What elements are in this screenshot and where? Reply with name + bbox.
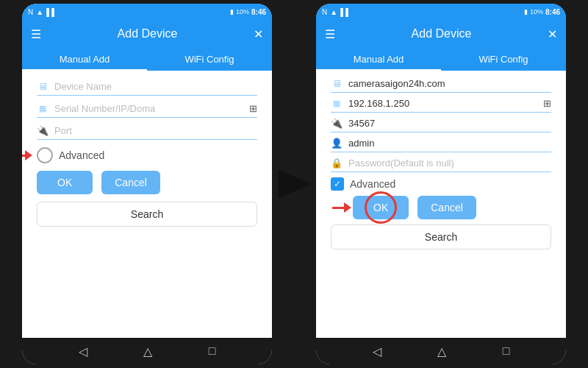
nfc-icon: N <box>28 8 33 16</box>
buttons-row-right: OK Cancel <box>331 196 551 219</box>
ok-button-right[interactable]: OK <box>353 196 409 219</box>
ok-button-left[interactable]: OK <box>37 171 93 194</box>
status-right-info: ▮ 10% 8:46 <box>230 8 266 16</box>
left-red-indicator <box>22 150 32 160</box>
battery-icon-r: ▮ <box>524 8 528 15</box>
wifi-icon: ▲ <box>36 8 43 16</box>
qr-icon-serial-r[interactable]: ⊞ <box>543 98 551 109</box>
home-nav-right[interactable]: △ <box>437 344 446 358</box>
username-row-r: 👤 <box>331 138 551 152</box>
battery-icon: ▮ <box>230 8 234 15</box>
monitor-icon-r: 🖥 <box>331 78 343 89</box>
content-right: 🖥 ▦ ⊞ 🔌 👤 🔒 <box>316 71 566 338</box>
title-bar-left: ☰ Add Device ✕ <box>22 20 272 48</box>
ok-button-container: OK <box>353 196 409 219</box>
home-nav-left[interactable]: △ <box>143 344 152 358</box>
port-input-r[interactable] <box>348 118 551 129</box>
back-nav-left[interactable]: ◁ <box>79 344 87 358</box>
time-left: 8:46 <box>251 8 266 16</box>
status-right-info-r: ▮ 10% 8:46 <box>524 8 560 16</box>
tab-wifi-config-right[interactable]: WiFi Config <box>441 48 566 71</box>
arrow-head-right <box>344 202 351 213</box>
signal-icon-r: ▌▌ <box>340 8 351 16</box>
nav-bar-left: ◁ △ □ <box>22 338 272 364</box>
password-row-r: 🔒 <box>331 158 551 172</box>
menu-icon-left[interactable]: ☰ <box>31 27 41 41</box>
title-bar-right: ☰ Add Device ✕ <box>316 20 566 48</box>
battery-right: 10% <box>530 8 543 15</box>
back-nav-right[interactable]: ◁ <box>373 344 381 358</box>
phone-left: N ▲ ▌▌ ▮ 10% 8:46 ☰ Add Device ✕ Manual … <box>22 4 272 364</box>
close-icon-left[interactable]: ✕ <box>254 27 263 41</box>
device-name-input-r[interactable] <box>348 78 551 89</box>
advanced-label-right: Advanced <box>350 178 395 190</box>
advanced-row-right: Advanced <box>331 177 551 191</box>
advanced-checkbox-right[interactable] <box>331 177 344 191</box>
tab-wifi-config-left[interactable]: WiFi Config <box>147 48 272 71</box>
phone-right: N ▲ ▌▌ ▮ 10% 8:46 ☰ Add Device ✕ Manual … <box>316 4 566 364</box>
status-bar-right: N ▲ ▌▌ ▮ 10% 8:46 <box>316 4 566 20</box>
tabs-left: Manual Add WiFi Config <box>22 48 272 71</box>
time-right: 8:46 <box>545 8 560 16</box>
nfc-icon-r: N <box>322 8 327 16</box>
menu-icon-right[interactable]: ☰ <box>325 27 335 41</box>
monitor-icon: 🖥 <box>37 81 49 92</box>
lock-icon-r: 🔒 <box>331 158 343 169</box>
port-row-r: 🔌 <box>331 118 551 132</box>
device-name-row: 🖥 <box>37 81 257 96</box>
barcode-icon-r: ▦ <box>331 99 343 108</box>
signal-icon: ▌▌ <box>46 8 57 16</box>
serial-ip-input-r[interactable] <box>348 98 537 109</box>
tab-manual-add-left[interactable]: Manual Add <box>22 48 147 71</box>
status-bar-left: N ▲ ▌▌ ▮ 10% 8:46 <box>22 4 272 20</box>
arrow-head-left <box>25 150 32 160</box>
device-name-row-r: 🖥 <box>331 78 551 93</box>
arrow-shape <box>278 169 311 199</box>
qr-icon-serial[interactable]: ⊞ <box>249 103 257 114</box>
serial-ip-input[interactable] <box>54 103 243 114</box>
serial-ip-row-r: ▦ ⊞ <box>331 98 551 113</box>
port-icon: 🔌 <box>37 125 49 136</box>
content-left: 🖥 ▦ ⊞ 🔌 Advanced <box>22 71 272 338</box>
buttons-row-left: OK Cancel <box>37 171 257 194</box>
tabs-right: Manual Add WiFi Config <box>316 48 566 71</box>
page-title-left: Add Device <box>118 27 178 40</box>
status-right-icons: N ▲ ▌▌ <box>322 8 351 16</box>
arrow-stem-right <box>332 207 344 209</box>
barcode-icon: ▦ <box>37 104 49 113</box>
status-left-icons: N ▲ ▌▌ <box>28 8 57 16</box>
close-icon-right[interactable]: ✕ <box>548 27 557 41</box>
advanced-row-left: Advanced <box>37 147 257 163</box>
page-title-right: Add Device <box>412 27 472 40</box>
recent-nav-right[interactable]: □ <box>503 344 510 358</box>
battery-left: 10% <box>236 8 249 15</box>
tab-manual-add-right[interactable]: Manual Add <box>316 48 441 71</box>
port-input[interactable] <box>54 125 257 136</box>
search-button-right[interactable]: Search <box>331 224 551 250</box>
serial-ip-row: ▦ ⊞ <box>37 103 257 118</box>
user-icon-r: 👤 <box>331 138 343 149</box>
right-red-indicator <box>332 202 351 213</box>
nav-bar-right: ◁ △ □ <box>316 338 566 364</box>
advanced-checkbox-left[interactable] <box>37 147 53 163</box>
search-button-left[interactable]: Search <box>37 202 257 227</box>
port-icon-r: 🔌 <box>331 118 343 129</box>
cancel-button-left[interactable]: Cancel <box>101 171 160 194</box>
recent-nav-left[interactable]: □ <box>209 344 216 358</box>
device-name-input[interactable] <box>54 81 257 92</box>
center-arrow <box>272 169 316 199</box>
username-input-r[interactable] <box>348 138 551 149</box>
password-input-r[interactable] <box>348 158 551 169</box>
advanced-label-left: Advanced <box>59 149 104 161</box>
main-container: N ▲ ▌▌ ▮ 10% 8:46 ☰ Add Device ✕ Manual … <box>0 0 588 368</box>
cancel-button-right[interactable]: Cancel <box>417 196 476 219</box>
wifi-icon-r: ▲ <box>330 8 337 16</box>
port-row: 🔌 <box>37 125 257 140</box>
